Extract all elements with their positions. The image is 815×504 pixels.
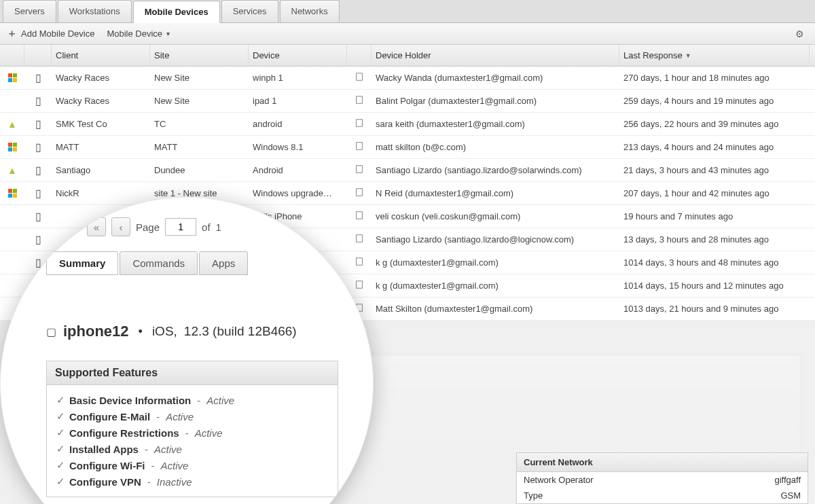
cell-holder: Matt Skilton (dumaxtester1@gmail.com)	[372, 304, 619, 314]
phone-icon: ▯	[35, 94, 41, 107]
cell-client: Wacky Races	[52, 73, 150, 83]
page-input[interactable]	[165, 218, 196, 236]
cell-last: 1014 days, 3 hours and 48 minutes ago	[619, 257, 810, 268]
cell-site: New Site	[150, 96, 249, 106]
col-client[interactable]: Client	[52, 45, 150, 66]
device-os: iOS,	[152, 324, 177, 339]
android-icon: ▲	[7, 119, 17, 130]
svg-rect-35	[357, 235, 363, 242]
tab-networks[interactable]: Networks	[280, 0, 340, 22]
check-icon: ✓	[56, 475, 65, 488]
feature-item: ✓Configure Restrictions-Active	[56, 425, 328, 441]
tab-workstations[interactable]: Workstations	[58, 0, 132, 22]
cell-client: Santiago	[52, 165, 150, 175]
cell-client: MATT	[52, 142, 150, 152]
tab-servers[interactable]: Servers	[3, 0, 56, 22]
cell-holder: Balint Polgar (dumaxtester1@gmail.com)	[372, 96, 619, 106]
subtab-apps[interactable]: Apps	[199, 251, 248, 275]
feature-item: ✓Basic Device Information-Active	[56, 392, 328, 408]
device-version: 12.3 (build 12B466)	[184, 324, 297, 339]
building-icon	[355, 164, 364, 176]
phone-icon: ▯	[35, 141, 41, 154]
svg-rect-20	[357, 166, 363, 173]
building-icon	[355, 257, 364, 268]
cell-holder: Santiago Lizardo (santiago.lizardo@logic…	[372, 234, 619, 245]
add-mobile-device-button[interactable]: ＋ Add Mobile Device	[7, 27, 94, 40]
building-icon	[355, 211, 364, 222]
main-tabs: Servers Workstations Mobile Devices Serv…	[0, 0, 815, 23]
cell-last: 1013 days, 21 hours and 9 minutes ago	[619, 304, 810, 314]
grid-header: Client Site Device Device Holder Last Re…	[0, 45, 815, 67]
phone-icon: ▯	[35, 233, 41, 246]
feature-name: Installed Apps	[69, 444, 139, 455]
cell-holder: N Reid (dumaxtester1@gmail.com)	[372, 188, 619, 198]
table-row[interactable]: ▯Wacky RacesNew Sitewinph 1Wacky Wanda (…	[0, 67, 815, 90]
phone-icon: ▯	[35, 71, 41, 84]
mobile-device-menu[interactable]: Mobile Device ▾	[107, 29, 170, 39]
phone-icon: ▯	[35, 118, 41, 130]
building-icon	[355, 95, 364, 107]
network-type-value: GSM	[780, 490, 801, 501]
cell-holder: matt skilton (b@c.com)	[372, 142, 619, 152]
windows-icon	[8, 143, 17, 151]
svg-rect-0	[357, 73, 363, 81]
table-row[interactable]: ▯Wacky RacesNew Siteipad 1Balint Polgar …	[0, 90, 815, 113]
page-total: 1	[216, 221, 221, 233]
cell-last: 13 days, 3 hours and 28 minutes ago	[619, 234, 810, 245]
building-icon	[355, 118, 364, 130]
cell-last: 259 days, 4 hours and 19 minutes ago	[619, 96, 810, 106]
building-icon	[355, 280, 364, 291]
col-last-response[interactable]: Last Response ▼	[619, 45, 810, 66]
svg-rect-40	[357, 258, 363, 266]
feature-name: Configure Wi-Fi	[69, 460, 145, 471]
tab-mobile-devices[interactable]: Mobile Devices	[133, 1, 220, 23]
col-device[interactable]: Device	[249, 45, 347, 66]
phone-icon: ▯	[35, 210, 41, 223]
cell-last: 256 days, 22 hours and 39 minutes ago	[619, 119, 810, 129]
check-icon: ✓	[56, 427, 65, 439]
subtab-commands[interactable]: Commands	[120, 251, 198, 275]
cell-last: 19 hours and 7 minutes ago	[619, 211, 810, 221]
feature-item: ✓Installed Apps-Active	[56, 441, 328, 457]
tab-services[interactable]: Services	[221, 0, 278, 22]
feature-status: Active	[154, 444, 182, 455]
cell-holder: k g (dumaxtester1@gmail.com)	[372, 257, 619, 268]
page-prev-button[interactable]: ‹	[111, 217, 130, 236]
table-row[interactable]: ▯MATTMATTWindows 8.1matt skilton (b@c.co…	[0, 136, 815, 159]
feature-item: ✓Configure Wi-Fi-Active	[56, 457, 328, 473]
android-icon: ▲	[7, 165, 17, 176]
cell-holder: k g (dumaxtester1@gmail.com)	[372, 281, 619, 291]
cell-holder: Santiago Lizardo (santiago.lizardo@solar…	[372, 165, 619, 175]
cell-last: 213 days, 4 hours and 24 minutes ago	[619, 142, 810, 152]
building-icon	[355, 72, 364, 84]
table-row[interactable]: ▲▯SMK Test CoTCandroidsara keith (dumaxt…	[0, 113, 815, 136]
table-row[interactable]: ▲▯SantiagoDundeeAndroidSantiago Lizardo …	[0, 159, 815, 182]
cell-site: TC	[150, 119, 249, 129]
cell-holder: veli coskun (veli.coskun@gmail.com)	[372, 211, 619, 221]
col-holder[interactable]: Device Holder	[372, 45, 619, 66]
feature-status: Active	[166, 411, 194, 422]
cell-last: 21 days, 3 hours and 43 minutes ago	[619, 165, 810, 175]
current-network-title: Current Network	[517, 453, 808, 472]
settings-gear-icon[interactable]: ⚙	[795, 29, 808, 39]
feature-item: ✓Configure VPN-Inactive	[56, 473, 328, 490]
cell-holder: sara keith (dumaxtester1@gmail.com)	[372, 119, 619, 129]
building-icon	[355, 187, 364, 199]
table-row[interactable]: ▯NickRsite 1 - New siteWindows upgrade…N…	[0, 182, 815, 205]
cell-last: 207 days, 1 hour and 42 minutes ago	[619, 188, 810, 198]
cell-device: Android	[249, 165, 347, 175]
cell-client: Wacky Races	[52, 96, 150, 106]
network-operator-label: Network Operator	[524, 475, 594, 485]
menu-label: Mobile Device	[107, 29, 162, 39]
chevron-down-icon: ▾	[166, 30, 170, 37]
cell-site: MATT	[150, 142, 249, 152]
bullet-separator: •	[139, 325, 143, 339]
device-name: iphone12	[63, 323, 129, 340]
cell-device: Windows upgrade…	[249, 188, 347, 198]
col-site[interactable]: Site	[150, 45, 249, 66]
svg-rect-5	[357, 96, 363, 104]
svg-rect-10	[357, 120, 363, 127]
cell-holder: Wacky Wanda (dumaxtester1@gmail.com)	[372, 73, 619, 83]
phone-icon: ▯	[35, 164, 41, 177]
subtab-summary[interactable]: Summary	[46, 251, 118, 275]
